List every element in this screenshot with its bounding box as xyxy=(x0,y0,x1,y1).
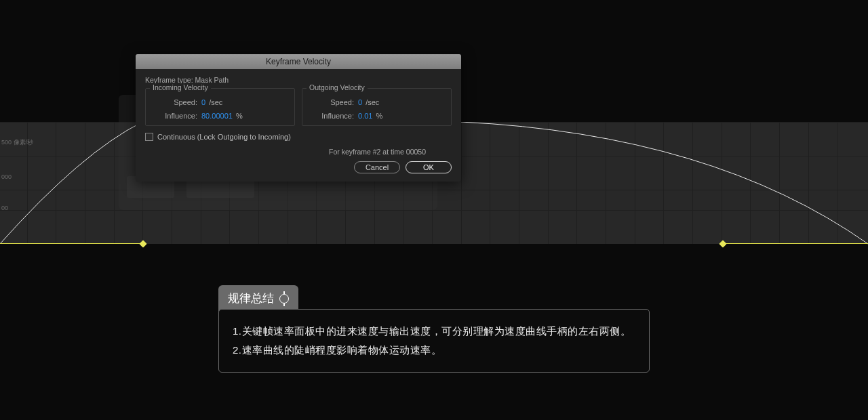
incoming-influence-label: Influence: xyxy=(151,112,197,120)
incoming-speed-unit: /sec xyxy=(209,98,222,106)
summary-tab-label: 规律总结 xyxy=(228,291,274,306)
lightbulb-icon xyxy=(279,294,289,303)
axis-label-000: 000 xyxy=(1,173,12,180)
incoming-handle-line xyxy=(0,243,142,244)
ok-button[interactable]: OK xyxy=(406,161,452,173)
continuous-checkbox[interactable] xyxy=(145,133,153,141)
outgoing-influence-unit: % xyxy=(376,112,382,120)
summary-tab: 规律总结 xyxy=(218,285,298,312)
incoming-influence-unit: % xyxy=(236,112,243,120)
summary-box: 1.关键帧速率面板中的进来速度与输出速度，可分别理解为速度曲线手柄的左右两侧。 … xyxy=(218,309,650,373)
incoming-speed-value[interactable]: 0 xyxy=(201,98,205,106)
summary-line-1: 1.关键帧速率面板中的进来速度与输出速度，可分别理解为速度曲线手柄的左右两侧。 xyxy=(233,322,635,341)
keyframe-info: For keyframe #2 at time 00050 xyxy=(145,148,452,156)
outgoing-influence-label: Influence: xyxy=(308,112,354,120)
incoming-influence-value[interactable]: 80.00001 xyxy=(201,112,233,120)
axis-label-00: 00 xyxy=(1,205,8,211)
keyframe-velocity-dialog: Keyframe Velocity Keyframe type: Mask Pa… xyxy=(136,54,461,182)
outgoing-handle-line xyxy=(722,243,868,244)
outgoing-speed-label: Speed: xyxy=(308,98,354,106)
incoming-speed-label: Speed: xyxy=(151,98,197,106)
dialog-title: Keyframe Velocity xyxy=(136,54,461,69)
continuous-label: Continuous (Lock Outgoing to Incoming) xyxy=(157,133,291,141)
outgoing-title: Outgoing Velocity xyxy=(307,83,368,91)
incoming-velocity-group: Incoming Velocity Speed: 0 /sec Influenc… xyxy=(145,88,295,126)
cancel-button[interactable]: Cancel xyxy=(354,161,400,173)
outgoing-speed-value[interactable]: 0 xyxy=(358,98,362,106)
outgoing-speed-unit: /sec xyxy=(366,98,379,106)
outgoing-velocity-group: Outgoing Velocity Speed: 0 /sec Influenc… xyxy=(302,88,452,126)
summary-line-2: 2.速率曲线的陡峭程度影响着物体运动速率。 xyxy=(233,341,635,360)
continuous-row[interactable]: Continuous (Lock Outgoing to Incoming) xyxy=(145,133,452,141)
axis-label-500: 500 像素/秒 xyxy=(1,138,33,147)
outgoing-influence-value[interactable]: 0.01 xyxy=(358,112,372,120)
incoming-title: Incoming Velocity xyxy=(150,83,211,91)
